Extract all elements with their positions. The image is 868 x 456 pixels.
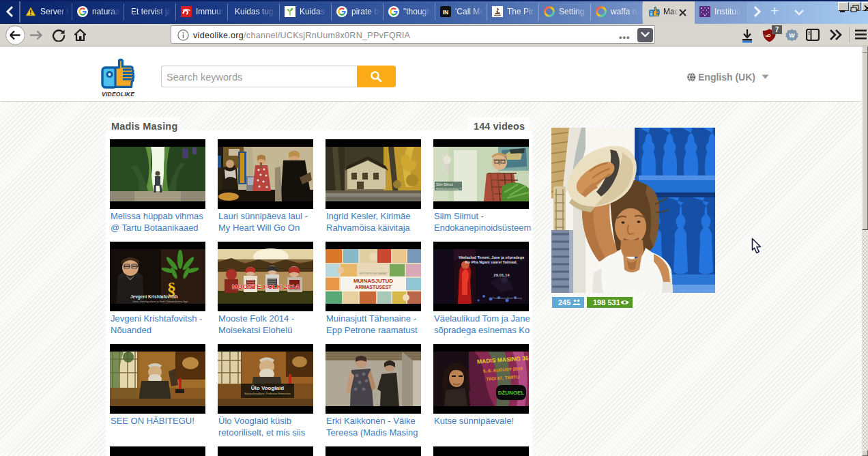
- svg-text:W: W: [789, 32, 795, 39]
- svg-text:Ko Pha Ngani saarel Taimaal.: Ko Pha Ngani saarel Taimaal.: [465, 260, 518, 264]
- svg-text:VIDEOLIKE: VIDEOLIKE: [102, 91, 134, 98]
- svg-text:Molekulaarbioloog, TTÜ: Molekulaarbioloog, TTÜ: [436, 187, 465, 190]
- svg-text:ARMASTUSEST: ARMASTUSEST: [355, 285, 392, 289]
- svg-text:Jurist, Inimõiguslane ja Eesti: Jurist, Inimõiguslane ja Eesti Vabaerako…: [132, 300, 188, 303]
- svg-text:29.01.14: 29.01.14: [493, 273, 510, 277]
- svg-text:Produktsioon Madis Masing: Produktsioon Madis Masing: [493, 297, 522, 300]
- svg-text:MOOSTE FOLK 2014: MOOSTE FOLK 2014: [232, 283, 300, 290]
- svg-text:EPP PETRONE RAAMAT: EPP PETRONE RAAMAT: [360, 272, 388, 275]
- svg-text:MUINASJUTUD: MUINASJUTUD: [353, 278, 393, 284]
- svg-text:Jevgeni Krishtafovitsh: Jevgeni Krishtafovitsh: [130, 294, 178, 300]
- svg-text:DŽUNGEL: DŽUNGEL: [498, 390, 525, 396]
- svg-text:Väelaulud Tommi, Jane ja sõpra: Väelaulud Tommi, Jane ja sõpradega: [459, 255, 525, 259]
- svg-text:IN: IN: [443, 9, 449, 16]
- svg-text:uO: uO: [766, 33, 771, 38]
- svg-text:Sotsiaalteadlane, Professor Em: Sotsiaalteadlane, Professor Emeeritus: [244, 392, 291, 395]
- svg-text:Ülo Vooglaid: Ülo Vooglaid: [251, 385, 284, 391]
- svg-text:Siim Siimut: Siim Siimut: [436, 182, 454, 186]
